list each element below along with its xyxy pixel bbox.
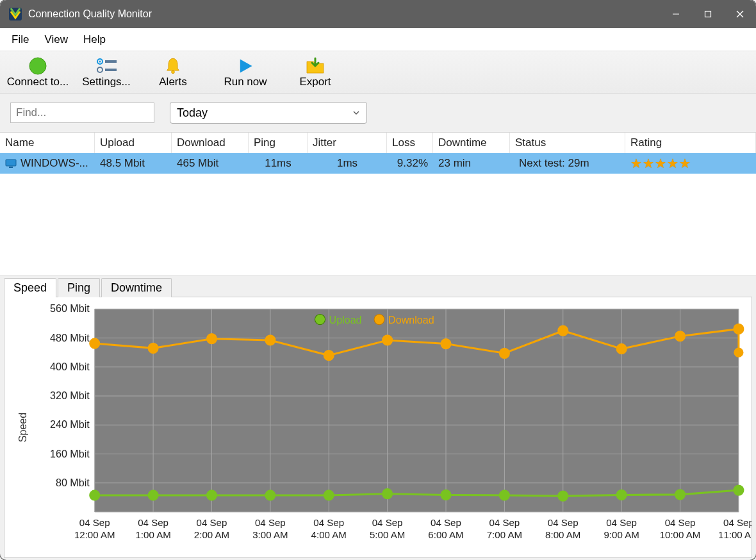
svg-point-75 xyxy=(324,490,334,500)
svg-rect-12 xyxy=(6,160,16,166)
chart-tabs: Speed Ping Downtime xyxy=(4,278,756,297)
filter-bar: Today xyxy=(0,94,756,132)
svg-text:1:00 AM: 1:00 AM xyxy=(135,529,170,540)
connect-label: Connect to... xyxy=(7,76,69,88)
find-input[interactable] xyxy=(10,103,154,123)
svg-point-83 xyxy=(558,491,568,501)
cell-rating: ★★★★★ xyxy=(625,153,721,174)
range-selected-label: Today xyxy=(177,106,208,120)
th-loss[interactable]: Loss xyxy=(387,133,433,153)
svg-point-73 xyxy=(265,490,275,500)
cell-ping: 11ms xyxy=(249,153,308,174)
svg-text:04 Sep: 04 Sep xyxy=(372,517,403,528)
settings-button[interactable]: Settings... xyxy=(74,52,138,93)
export-icon xyxy=(306,56,325,76)
run-label: Run now xyxy=(224,76,267,88)
star-icon: ★ xyxy=(630,157,642,170)
svg-text:10:00 AM: 10:00 AM xyxy=(660,529,701,540)
svg-text:8:00 AM: 8:00 AM xyxy=(545,529,580,540)
cell-status: Next test: 29m xyxy=(510,153,625,174)
y-axis-label: Speed xyxy=(17,413,29,442)
th-jitter[interactable]: Jitter xyxy=(308,133,387,153)
star-icon: ★ xyxy=(643,157,654,170)
svg-point-77 xyxy=(382,489,392,498)
star-icon: ★ xyxy=(679,157,691,170)
svg-rect-14 xyxy=(95,309,739,512)
svg-text:Upload: Upload xyxy=(329,314,362,325)
svg-text:Download: Download xyxy=(388,314,434,325)
svg-text:400 Mbit: 400 Mbit xyxy=(50,361,90,372)
window-title: Connection Quality Monitor xyxy=(28,8,152,20)
svg-text:7:00 AM: 7:00 AM xyxy=(487,529,522,540)
svg-point-103 xyxy=(441,339,450,349)
svg-point-89 xyxy=(734,485,743,495)
svg-point-9 xyxy=(97,67,103,72)
svg-point-117 xyxy=(374,314,384,324)
export-button[interactable]: Export xyxy=(283,52,347,93)
cell-loss: 9.32% xyxy=(387,153,433,174)
th-downtime[interactable]: Downtime xyxy=(433,133,510,153)
th-ping[interactable]: Ping xyxy=(249,133,308,153)
menubar: File View Help xyxy=(0,28,756,51)
svg-point-111 xyxy=(675,331,685,341)
svg-point-11 xyxy=(172,70,175,74)
menu-help[interactable]: Help xyxy=(76,31,113,49)
svg-text:12:00 AM: 12:00 AM xyxy=(74,529,115,540)
menu-file[interactable]: File xyxy=(4,31,37,49)
svg-text:240 Mbit: 240 Mbit xyxy=(50,418,90,430)
run-button[interactable]: Run now xyxy=(208,52,283,93)
minimize-button[interactable] xyxy=(660,0,692,28)
th-download[interactable]: Download xyxy=(172,133,249,153)
svg-point-93 xyxy=(149,343,158,353)
chart-panel: Speed 80 Mbit160 Mbit240 Mbit320 Mbit400… xyxy=(4,297,752,558)
connections-table: Name Upload Download Ping Jitter Loss Do… xyxy=(0,132,756,276)
connect-button[interactable]: Connect to... xyxy=(1,52,74,93)
svg-text:04 Sep: 04 Sep xyxy=(548,517,579,528)
th-status[interactable]: Status xyxy=(510,133,625,153)
svg-point-79 xyxy=(441,490,450,500)
close-button[interactable] xyxy=(724,0,756,28)
svg-text:80 Mbit: 80 Mbit xyxy=(56,477,90,488)
tab-speed[interactable]: Speed xyxy=(4,278,56,297)
svg-text:11:00 AM: 11:00 AM xyxy=(718,529,752,540)
table-header: Name Upload Download Ping Jitter Loss Do… xyxy=(0,133,756,153)
svg-point-99 xyxy=(324,350,334,360)
svg-text:3:00 AM: 3:00 AM xyxy=(252,529,288,540)
svg-text:4:00 AM: 4:00 AM xyxy=(311,529,347,540)
svg-text:04 Sep: 04 Sep xyxy=(431,517,461,528)
svg-text:04 Sep: 04 Sep xyxy=(138,517,168,528)
svg-text:04 Sep: 04 Sep xyxy=(606,517,637,528)
maximize-button[interactable] xyxy=(692,0,724,28)
app-window: Connection Quality Monitor File View Hel… xyxy=(0,0,756,560)
th-rating[interactable]: Rating xyxy=(625,133,756,153)
tab-ping[interactable]: Ping xyxy=(58,278,100,297)
svg-point-85 xyxy=(617,490,627,500)
svg-point-87 xyxy=(675,490,685,499)
circle-green-icon xyxy=(29,56,47,76)
svg-point-107 xyxy=(558,326,568,336)
svg-text:04 Sep: 04 Sep xyxy=(665,517,696,528)
menu-view[interactable]: View xyxy=(37,31,76,49)
svg-point-105 xyxy=(500,349,509,358)
svg-point-71 xyxy=(207,490,217,500)
app-icon xyxy=(8,6,23,22)
svg-text:480 Mbit: 480 Mbit xyxy=(50,332,90,343)
svg-text:04 Sep: 04 Sep xyxy=(79,517,110,528)
cell-downtime: 23 min xyxy=(433,153,510,174)
tab-downtime[interactable]: Downtime xyxy=(101,278,172,297)
th-name[interactable]: Name xyxy=(0,133,95,153)
svg-text:04 Sep: 04 Sep xyxy=(313,517,344,528)
svg-text:5:00 AM: 5:00 AM xyxy=(370,529,405,540)
star-icon: ★ xyxy=(655,157,666,170)
alerts-button[interactable]: Alerts xyxy=(138,52,208,93)
chevron-down-icon xyxy=(352,106,360,120)
svg-text:320 Mbit: 320 Mbit xyxy=(50,390,90,401)
svg-point-67 xyxy=(90,490,99,500)
cell-jitter: 1ms xyxy=(308,153,387,174)
svg-point-109 xyxy=(617,344,627,354)
range-select[interactable]: Today xyxy=(170,102,367,124)
cell-name: WINDOWS-... xyxy=(21,157,88,170)
settings-label: Settings... xyxy=(82,76,131,88)
th-upload[interactable]: Upload xyxy=(95,133,172,153)
table-row[interactable]: WINDOWS-... 48.5 Mbit 465 Mbit 11ms 1ms … xyxy=(0,153,756,174)
